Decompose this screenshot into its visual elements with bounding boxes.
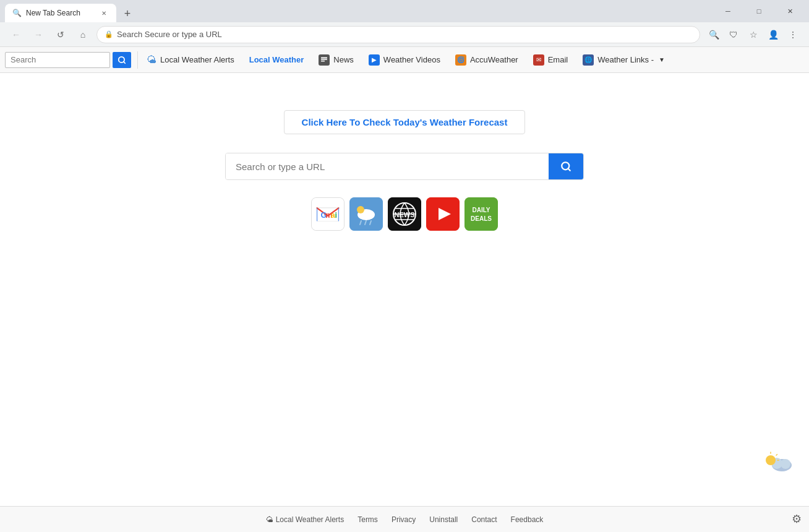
tab-favicon: 🔍 (12, 9, 21, 17)
toolbar-search-area (0, 52, 136, 68)
footer-brand-icon: 🌤 (266, 515, 273, 524)
toolbar-search-button[interactable] (113, 52, 131, 68)
quick-icon-news[interactable]: NEWS (388, 197, 421, 231)
address-bar-input[interactable]: 🔒 Search Secure or type a URL (96, 26, 700, 43)
toolbar-search-input[interactable] (5, 52, 110, 68)
lock-icon: 🔒 (105, 30, 113, 38)
svg-text:i: i (335, 211, 337, 220)
search-url-icon (560, 161, 571, 172)
news-icon (319, 54, 330, 66)
accuweather-icon: 🌀 (455, 54, 466, 66)
sidebar-item-news[interactable]: News (311, 47, 361, 73)
weather-icon (349, 197, 383, 231)
search-url-button[interactable] (549, 153, 583, 179)
extension-icon[interactable]: 🛡 (725, 26, 742, 43)
browser-action-icons: 🔍 🛡 ☆ 👤 ⋮ (705, 26, 802, 43)
weather-videos-label: Weather Videos (383, 55, 440, 64)
forward-button[interactable]: → (30, 26, 47, 43)
reload-button[interactable]: ↺ (52, 26, 69, 43)
gear-icon[interactable]: ⚙ (792, 512, 802, 526)
quick-icon-video[interactable] (426, 197, 460, 231)
footer-terms-link[interactable]: Terms (353, 515, 383, 524)
home-button[interactable]: ⌂ (74, 26, 92, 43)
footer: 🌤 Local Weather Alerts Terms Privacy Uni… (0, 506, 809, 532)
zoom-icon[interactable]: 🔍 (705, 26, 722, 43)
quick-icon-gmail[interactable]: G m a i (311, 197, 345, 231)
video-icon (426, 197, 460, 231)
local-weather-label: Local Weather (249, 55, 304, 64)
sidebar-item-accuweather[interactable]: 🌀 AccuWeather (448, 47, 526, 73)
svg-point-17 (357, 206, 364, 213)
tab-close-button[interactable]: ✕ (99, 8, 109, 18)
svg-point-16 (366, 210, 374, 218)
title-bar: 🔍 New Tab Search ✕ + ─ □ ✕ (0, 0, 809, 22)
svg-text:DAILY: DAILY (472, 207, 490, 213)
quick-icon-weather[interactable] (349, 197, 383, 231)
address-text: Search Secure or type a URL (117, 30, 222, 39)
weather-widget[interactable] (762, 449, 799, 474)
back-button[interactable]: ← (7, 26, 25, 43)
new-tab-button[interactable]: + (119, 5, 136, 22)
tab-area: 🔍 New Tab Search ✕ + (5, 0, 709, 22)
svg-point-35 (766, 455, 776, 465)
svg-rect-4 (321, 61, 325, 62)
local-weather-alerts-label: Local Weather Alerts (160, 55, 234, 64)
sidebar-item-local-weather-alerts[interactable]: 🌤 Local Weather Alerts (139, 47, 242, 73)
svg-line-1 (124, 61, 126, 63)
search-icon (118, 56, 126, 64)
svg-line-37 (776, 455, 777, 456)
quick-icons-row: G m a i (311, 197, 498, 231)
close-button[interactable]: ✕ (776, 2, 804, 20)
sidebar-item-local-weather[interactable]: Local Weather (242, 47, 312, 73)
search-url-input[interactable] (226, 153, 549, 179)
sidebar-item-email[interactable]: ✉ Email (526, 47, 576, 73)
bookmark-icon[interactable]: ☆ (745, 26, 762, 43)
window-controls: ─ □ ✕ (714, 2, 804, 20)
footer-privacy-link[interactable]: Privacy (387, 515, 421, 524)
email-icon: ✉ (533, 54, 544, 66)
svg-text:NEWS: NEWS (395, 211, 415, 218)
footer-feedback-link[interactable]: Feedback (506, 515, 549, 524)
news-symbol (320, 56, 328, 64)
nav-divider-1 (137, 51, 138, 69)
accuweather-label: AccuWeather (470, 55, 518, 64)
main-content: Click Here To Check Today's Weather Fore… (0, 73, 809, 506)
svg-rect-29 (464, 197, 498, 231)
local-weather-alerts-icon: 🌤 (147, 54, 156, 66)
news-icon: NEWS (388, 197, 421, 231)
menu-icon[interactable]: ⋮ (784, 26, 802, 43)
quick-icon-deals[interactable]: DAILY DEALS (464, 197, 498, 231)
minimize-button[interactable]: ─ (714, 2, 742, 20)
weather-links-dropdown-icon: ▼ (659, 56, 665, 63)
svg-rect-3 (321, 59, 327, 60)
footer-contact-link[interactable]: Contact (466, 515, 502, 524)
weather-videos-icon: ▶ (369, 54, 380, 66)
active-tab[interactable]: 🔍 New Tab Search ✕ (5, 4, 116, 22)
email-label: Email (548, 55, 568, 64)
footer-uninstall-link[interactable]: Uninstall (424, 515, 463, 524)
gmail-icon: G m a i (312, 197, 344, 231)
svg-point-34 (781, 459, 790, 469)
footer-brand[interactable]: 🌤 Local Weather Alerts (261, 515, 349, 524)
sidebar-item-weather-videos[interactable]: ▶ Weather Videos (361, 47, 448, 73)
footer-brand-label: Local Weather Alerts (276, 515, 345, 524)
weather-links-icon: 🌐 (583, 54, 594, 66)
svg-line-6 (568, 168, 570, 170)
weather-links-label: Weather Links - (597, 55, 654, 64)
address-bar: ← → ↺ ⌂ 🔒 Search Secure or type a URL 🔍 … (0, 22, 809, 47)
maximize-button[interactable]: □ (745, 2, 773, 20)
news-label: News (333, 55, 354, 64)
weather-cta-button[interactable]: Click Here To Check Today's Weather Fore… (284, 110, 526, 134)
deals-icon: DAILY DEALS (464, 197, 498, 231)
tab-title: New Tab Search (26, 9, 80, 17)
svg-rect-2 (321, 57, 327, 58)
weather-widget-icon (762, 449, 799, 474)
svg-text:DEALS: DEALS (471, 215, 492, 222)
profile-icon[interactable]: 👤 (764, 26, 782, 43)
search-url-bar (225, 153, 584, 180)
sidebar-item-weather-links[interactable]: 🌐 Weather Links - ▼ (575, 47, 672, 73)
toolbar-nav: 🌤 Local Weather Alerts Local Weather New… (0, 47, 809, 73)
